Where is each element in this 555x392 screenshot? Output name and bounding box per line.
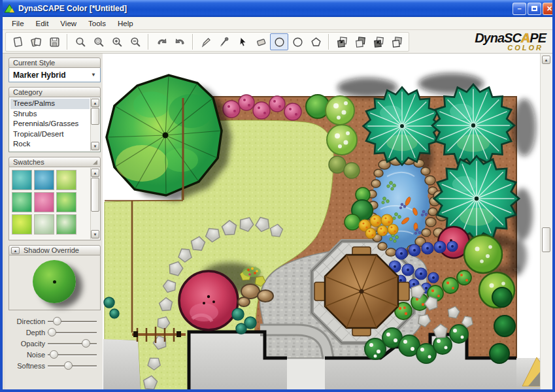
slider-track[interactable] bbox=[48, 339, 97, 348]
opacity-slider[interactable]: Opacity bbox=[8, 338, 99, 349]
save-tool-icon[interactable] bbox=[45, 33, 63, 50]
circle-tool-icon[interactable] bbox=[270, 33, 288, 50]
swatch-tile-3[interactable] bbox=[56, 170, 76, 190]
swatches-scroll-thumb[interactable] bbox=[91, 178, 99, 212]
undo-tool-icon[interactable] bbox=[152, 33, 171, 50]
order-bring-forward-tool-icon[interactable] bbox=[333, 33, 351, 50]
new-tool-icon[interactable] bbox=[8, 33, 27, 50]
swatch-tile-1[interactable] bbox=[12, 170, 32, 190]
category-header: Category bbox=[8, 87, 101, 97]
toolstrip bbox=[5, 32, 409, 52]
menu-item-view[interactable]: View bbox=[55, 18, 82, 29]
scroll-down-icon[interactable]: ▼ bbox=[91, 230, 99, 238]
category-item[interactable]: Tropical/Desert bbox=[10, 129, 90, 140]
slider-thumb[interactable] bbox=[50, 350, 58, 359]
olive-shrub bbox=[329, 156, 346, 173]
depth-slider[interactable]: Depth bbox=[8, 327, 99, 338]
shadow-center-dot bbox=[53, 280, 56, 284]
toolbar-separator bbox=[67, 34, 68, 50]
brand-accent-letter: A bbox=[521, 31, 530, 45]
swatch-tile-5[interactable] bbox=[34, 192, 54, 212]
swatches-section: Swatches ▲ ▼ bbox=[8, 157, 101, 240]
order-send-back-tool-icon[interactable] bbox=[388, 33, 406, 50]
wildflower-patch bbox=[243, 267, 261, 277]
scroll-up-icon[interactable]: ▲ bbox=[542, 56, 550, 64]
slider-label: Opacity bbox=[8, 340, 48, 348]
slider-label: Softness bbox=[8, 362, 48, 370]
softness-slider[interactable]: Softness bbox=[8, 360, 99, 371]
zoom-out-tool-icon[interactable] bbox=[126, 33, 144, 50]
category-scroll-thumb[interactable] bbox=[91, 108, 99, 125]
canvas-vertical-scrollbar[interactable]: ▲ bbox=[540, 54, 552, 389]
menu-item-tools[interactable]: Tools bbox=[83, 18, 111, 29]
menu-item-help[interactable]: Help bbox=[112, 18, 139, 29]
swatch-tile-8[interactable] bbox=[34, 214, 54, 235]
menu-item-edit[interactable]: Edit bbox=[31, 18, 54, 29]
shadow-override-header: ▲Shadow Override bbox=[8, 245, 101, 255]
gray-area-left bbox=[103, 339, 141, 389]
minimize-button[interactable]: – bbox=[513, 3, 526, 15]
slider-thumb[interactable] bbox=[82, 339, 90, 348]
pointer-tool-icon[interactable] bbox=[233, 33, 252, 50]
app-window: DynaSCAPE Color [*Untitled] – ✕ FileEdit… bbox=[0, 0, 555, 392]
scroll-up-icon[interactable]: ▲ bbox=[91, 99, 99, 107]
direction-slider[interactable]: Direction bbox=[8, 316, 99, 327]
polygon-tool-icon[interactable] bbox=[307, 33, 325, 50]
swatch-tile-9[interactable] bbox=[56, 214, 76, 235]
slider-thumb[interactable] bbox=[48, 328, 56, 336]
swatch-tile-4[interactable] bbox=[12, 192, 32, 212]
slider-thumb[interactable] bbox=[53, 317, 61, 325]
slider-label: Noise bbox=[8, 351, 48, 359]
redo-tool-icon[interactable] bbox=[171, 33, 189, 50]
zoom-window-tool-icon[interactable] bbox=[90, 33, 108, 50]
zoom-in-tool-icon[interactable] bbox=[108, 33, 126, 50]
toolbar-separator bbox=[148, 34, 149, 50]
scroll-down-icon[interactable]: ▼ bbox=[91, 142, 99, 150]
slider-track[interactable] bbox=[48, 350, 97, 359]
canvas-scroll-thumb[interactable] bbox=[542, 227, 550, 252]
maximize-button[interactable] bbox=[528, 3, 541, 15]
category-item[interactable]: Perennials/Grasses bbox=[10, 119, 90, 129]
category-item[interactable]: Trees/Palms bbox=[10, 99, 90, 109]
category-item[interactable]: Rock bbox=[10, 139, 90, 150]
eraser-tool-icon[interactable] bbox=[252, 33, 270, 50]
swatches-scrollbar[interactable]: ▲ ▼ bbox=[90, 168, 99, 239]
slider-label: Depth bbox=[8, 329, 48, 336]
titlebar[interactable]: DynaSCAPE Color [*Untitled] – ✕ bbox=[0, 0, 555, 17]
swatch-tile-2[interactable] bbox=[34, 170, 54, 190]
open-tool-icon[interactable] bbox=[27, 33, 45, 50]
slider-track[interactable] bbox=[48, 328, 97, 336]
slider-thumb[interactable] bbox=[64, 361, 73, 370]
slider-label: Direction bbox=[8, 318, 48, 325]
category-scrollbar[interactable]: ▲ ▼ bbox=[90, 98, 99, 151]
swatches-header: Swatches bbox=[8, 157, 101, 167]
collapse-up-icon[interactable]: ▲ bbox=[11, 247, 20, 254]
window-title: DynaSCAPE Color [*Untitled] bbox=[18, 4, 513, 13]
zoom-tool-tool-icon[interactable] bbox=[71, 33, 90, 50]
slider-track[interactable] bbox=[48, 361, 97, 370]
order-send-backward-tool-icon[interactable] bbox=[351, 33, 369, 50]
garden-plan bbox=[103, 54, 540, 389]
drawing-canvas[interactable] bbox=[103, 54, 540, 389]
menu-item-file[interactable]: File bbox=[7, 18, 29, 29]
category-section: Category Trees/PalmsShrubsPerennials/Gra… bbox=[8, 87, 101, 152]
noise-slider[interactable]: Noise bbox=[8, 349, 99, 360]
order-bring-front-tool-icon[interactable] bbox=[369, 33, 388, 50]
chevron-down-icon: ▼ bbox=[91, 72, 96, 78]
swatch-tile-6[interactable] bbox=[56, 192, 76, 212]
current-style-section: Current Style Marker Hybrid ▼ bbox=[8, 57, 101, 82]
toolbar-separator bbox=[328, 34, 329, 50]
slider-track[interactable] bbox=[48, 317, 97, 325]
brush-tool-icon[interactable] bbox=[197, 33, 215, 50]
close-button[interactable]: ✕ bbox=[543, 3, 555, 15]
category-item[interactable]: Shrubs bbox=[10, 109, 90, 120]
eyedropper-tool-icon[interactable] bbox=[215, 33, 233, 50]
style-dropdown-value: Marker Hybrid bbox=[13, 71, 91, 80]
app-logo-icon bbox=[4, 4, 15, 13]
umbrella-tree bbox=[363, 88, 441, 165]
style-dropdown[interactable]: Marker Hybrid ▼ bbox=[8, 68, 101, 82]
swatch-tile-7[interactable] bbox=[12, 214, 32, 235]
scroll-up-icon[interactable]: ▲ bbox=[91, 169, 99, 177]
ellipse-tool-icon[interactable] bbox=[288, 33, 307, 50]
collapse-triangle-icon[interactable] bbox=[93, 160, 97, 165]
